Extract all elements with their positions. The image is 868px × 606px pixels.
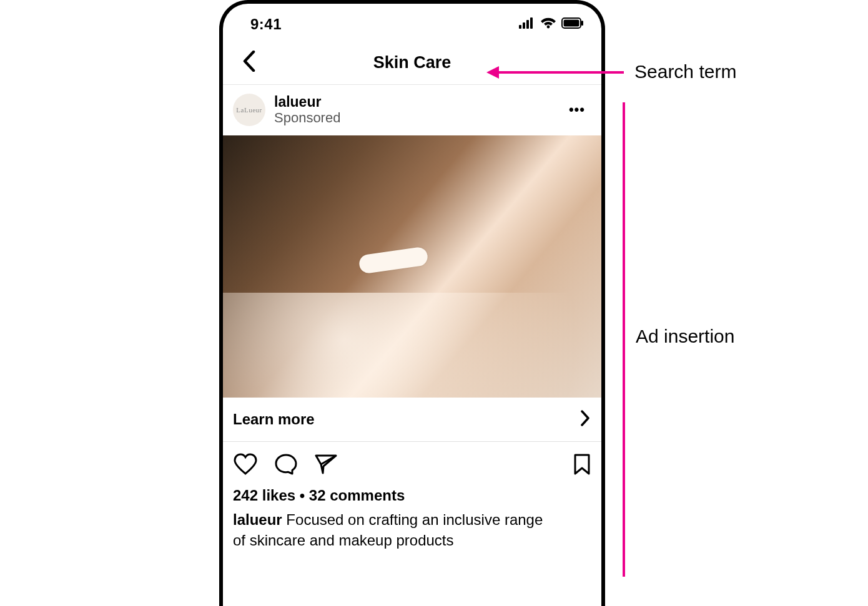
annotation-label-search-term: Search term	[634, 61, 736, 82]
status-time: 9:41	[250, 16, 282, 33]
save-button[interactable]	[573, 453, 591, 478]
post-header: LaLueur lalueur Sponsored •••	[223, 85, 601, 135]
like-button[interactable]	[233, 453, 258, 478]
annotation-arrow-search-term	[486, 65, 624, 80]
battery-icon	[561, 17, 584, 31]
comment-icon	[274, 467, 298, 477]
back-button[interactable]	[235, 49, 263, 76]
post-username[interactable]: lalueur	[274, 94, 561, 110]
share-button[interactable]	[314, 454, 338, 477]
post-user-block: lalueur Sponsored	[274, 94, 561, 127]
caption-username[interactable]: lalueur	[233, 511, 282, 528]
avatar[interactable]: LaLueur	[233, 94, 265, 126]
bookmark-icon	[573, 467, 591, 477]
page-title: Skin Care	[373, 53, 451, 72]
svg-rect-3	[530, 17, 533, 29]
comments-word: comments	[330, 487, 405, 504]
likes-count: 242	[233, 487, 258, 504]
svg-rect-7	[581, 21, 583, 26]
annotation-bracket-ad-insertion	[623, 102, 625, 577]
phone-frame: 9:41 Skin Care LaLueur	[219, 0, 605, 606]
share-icon	[314, 466, 338, 477]
heart-icon	[233, 467, 258, 477]
status-indicators	[519, 17, 584, 31]
sponsored-label: Sponsored	[274, 110, 561, 126]
post-image[interactable]	[223, 135, 601, 398]
comment-button[interactable]	[274, 453, 298, 478]
likes-word-text: likes	[262, 487, 295, 504]
svg-rect-1	[523, 22, 525, 29]
chevron-left-icon	[242, 51, 256, 74]
comments-count: 32	[309, 487, 326, 504]
svg-rect-2	[526, 20, 529, 29]
wifi-icon	[540, 17, 556, 31]
svg-rect-0	[519, 25, 521, 29]
svg-rect-6	[564, 20, 579, 27]
more-icon: •••	[569, 102, 585, 117]
post-stats[interactable]: 242 likes • 32 comments	[223, 486, 601, 509]
stats-separator: •	[295, 487, 309, 504]
chevron-right-icon	[580, 410, 590, 429]
cellular-icon	[519, 17, 535, 31]
more-button[interactable]: •••	[561, 95, 593, 124]
post-caption: lalueur Focused on crafting an inclusive…	[223, 509, 560, 557]
annotation-label-ad-insertion: Ad insertion	[636, 326, 734, 347]
status-bar: 9:41	[223, 4, 601, 41]
action-row	[223, 442, 601, 486]
cta-label: Learn more	[233, 411, 315, 428]
cta-bar[interactable]: Learn more	[223, 398, 601, 442]
svg-point-4	[547, 26, 550, 29]
